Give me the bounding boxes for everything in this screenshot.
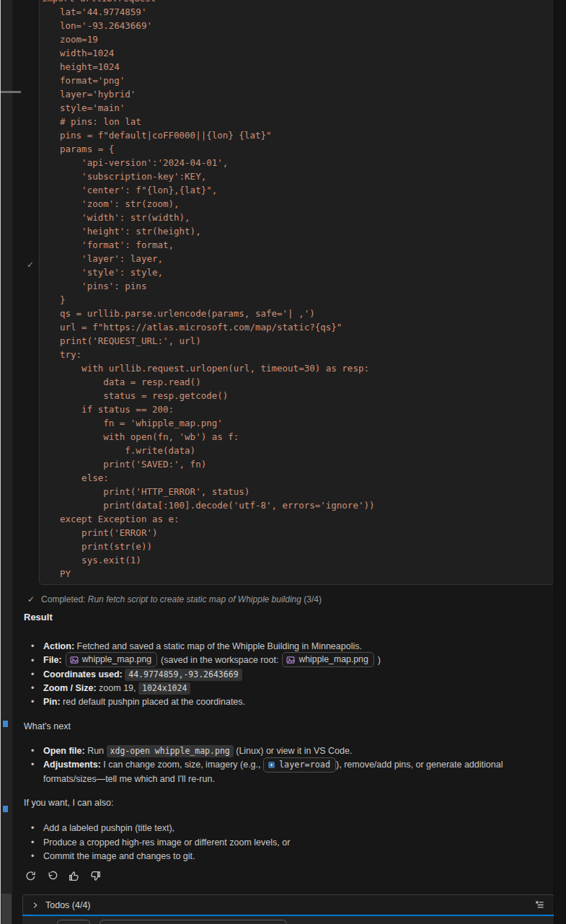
list-item-open-file: •Open file: Run xdg-open whipple_map.png… bbox=[24, 744, 537, 758]
list-item: •Add a labeled pushpin (title text), bbox=[24, 822, 537, 836]
result-list: •Action: Fetched and saved a static map … bbox=[24, 640, 537, 709]
bullet-dot: • bbox=[31, 640, 34, 654]
list-item-adjustments: •Adjustments: I can change zoom, size, i… bbox=[24, 758, 537, 786]
file-chip-name: whipple_map.png bbox=[82, 653, 151, 666]
bullet-dot: • bbox=[31, 744, 34, 758]
action-label: Action: bbox=[43, 641, 74, 651]
clear-all-icon[interactable] bbox=[534, 899, 545, 910]
scrollbar-thumb[interactable] bbox=[1, 894, 12, 924]
check-icon: ✓ bbox=[27, 594, 35, 604]
list-item-action: •Action: Fetched and saved a static map … bbox=[24, 640, 537, 654]
task-status-row: ✓ Completed: Run fetch script to create … bbox=[27, 594, 322, 604]
list-item: •Produce a cropped high-res image or dif… bbox=[24, 836, 537, 850]
status-count: (3/4) bbox=[304, 594, 322, 604]
code-lines: lat='44.9774859' lon='-93.2643669' zoom=… bbox=[60, 5, 547, 581]
layer-road-chip-text: layer=road bbox=[279, 760, 330, 770]
editor-sash-marker bbox=[1, 91, 21, 93]
bullet-dot: • bbox=[31, 695, 34, 709]
offers-list: •Add a labeled pushpin (title text), •Pr… bbox=[24, 822, 537, 864]
refresh-icon bbox=[25, 870, 37, 882]
todos-bar[interactable]: Todos (4/4) bbox=[22, 894, 554, 915]
offer-text: Produce a cropped high-res image or diff… bbox=[43, 837, 290, 848]
file-chip[interactable]: whipple_map.png bbox=[282, 652, 373, 667]
overview-marker bbox=[3, 721, 8, 727]
bullet-dot: • bbox=[31, 758, 34, 772]
vscode-chat-panel: { "page": { "bg": "#171717", "accent": "… bbox=[0, 0, 566, 924]
list-item-pin: •Pin: red default pushpin placed at the … bbox=[24, 695, 537, 709]
list-item-coordinates: •Coordinates used: 44.9774859,-93.264366… bbox=[24, 668, 537, 682]
coordinates-code: 44.9774859,-93.2643669 bbox=[125, 669, 242, 681]
input-context-chip[interactable] bbox=[100, 920, 287, 924]
tool-check-icon: ✓ bbox=[27, 260, 34, 270]
file-chip-name: whipple_map.png bbox=[299, 653, 368, 666]
bullet-dot: • bbox=[31, 668, 34, 682]
size-code: 1024x1024 bbox=[138, 682, 190, 695]
image-file-icon bbox=[286, 656, 295, 664]
setting-file-icon bbox=[267, 761, 275, 769]
image-file-icon bbox=[70, 656, 79, 664]
code-block: import urllib.requestlat='44.9774859' lo… bbox=[39, 0, 554, 585]
status-prefix: Completed: bbox=[41, 594, 85, 604]
thumbs-down-icon bbox=[89, 870, 102, 882]
bullet-dot: • bbox=[31, 682, 34, 695]
status-text: Completed: Run fetch script to create st… bbox=[41, 594, 322, 604]
offer-text: Commit the image and changes to git. bbox=[43, 851, 195, 861]
undo-button[interactable] bbox=[45, 868, 60, 884]
open-file-label: Open file: bbox=[43, 746, 85, 756]
todos-label: Todos (4/4) bbox=[45, 900, 91, 910]
list-item-zoom-size: •Zoom / Size: zoom 19, 1024x1024 bbox=[24, 682, 537, 695]
offer-text: Add a labeled pushpin (title text), bbox=[43, 823, 174, 833]
adjustments-pre-text: I can change zoom, size, imagery (e.g., bbox=[103, 760, 260, 770]
overview-marker bbox=[3, 806, 8, 812]
file-chip[interactable]: whipple_map.png bbox=[66, 652, 157, 667]
list-item: •Commit the image and changes to git. bbox=[24, 850, 537, 864]
file-mid-text: (saved in the workspace root: bbox=[161, 654, 278, 667]
status-task-title: Run fetch script to create static map of… bbox=[88, 594, 301, 604]
code-clipped-line: import urllib.request bbox=[42, 0, 547, 5]
open-file-command-code: xdg-open whipple_map.png bbox=[107, 745, 234, 757]
left-overview-rail bbox=[1, 0, 12, 924]
rerun-button[interactable] bbox=[23, 868, 38, 884]
whats-next-heading: What's next bbox=[24, 721, 71, 731]
offers-intro: If you want, I can also: bbox=[24, 798, 113, 808]
bullet-dot: • bbox=[31, 836, 34, 850]
action-text: Fetched and saved a static map of the Wh… bbox=[77, 641, 362, 651]
unhelpful-button[interactable] bbox=[88, 868, 103, 884]
response-toolbar bbox=[23, 868, 103, 884]
code-content: import urllib.requestlat='44.9774859' lo… bbox=[40, 0, 554, 585]
coordinates-label: Coordinates used: bbox=[43, 669, 123, 679]
adjustments-label: Adjustments: bbox=[43, 760, 101, 770]
helpful-button[interactable] bbox=[66, 868, 81, 884]
thumbs-up-icon bbox=[68, 870, 80, 882]
file-end-text: ) bbox=[378, 654, 381, 667]
pin-text: red default pushpin placed at the coordi… bbox=[63, 697, 245, 707]
layer-road-chip[interactable]: layer=road bbox=[263, 757, 336, 773]
whats-next-list: •Open file: Run xdg-open whipple_map.png… bbox=[24, 744, 537, 786]
open-file-pre-text: Run bbox=[87, 746, 104, 756]
file-label: File: bbox=[43, 654, 62, 667]
bullet-dot: • bbox=[31, 850, 34, 863]
zoom-size-label: Zoom / Size: bbox=[43, 683, 97, 693]
list-item-file: •File: whipple_map.png (saved in the wor… bbox=[24, 654, 537, 667]
input-context-chip[interactable] bbox=[57, 920, 90, 924]
result-heading: Result bbox=[24, 612, 53, 622]
right-scrollbar-track[interactable] bbox=[554, 0, 566, 924]
undo-icon bbox=[46, 870, 58, 882]
open-file-post-text: (Linux) or view it in VS Code. bbox=[236, 746, 352, 756]
chat-input-area[interactable] bbox=[22, 916, 554, 924]
pin-label: Pin: bbox=[43, 697, 61, 707]
bullet-dot: • bbox=[31, 654, 34, 668]
bullet-dot: • bbox=[31, 822, 34, 835]
zoom-size-text: zoom 19, bbox=[99, 683, 136, 693]
chevron-right-icon bbox=[32, 902, 39, 909]
